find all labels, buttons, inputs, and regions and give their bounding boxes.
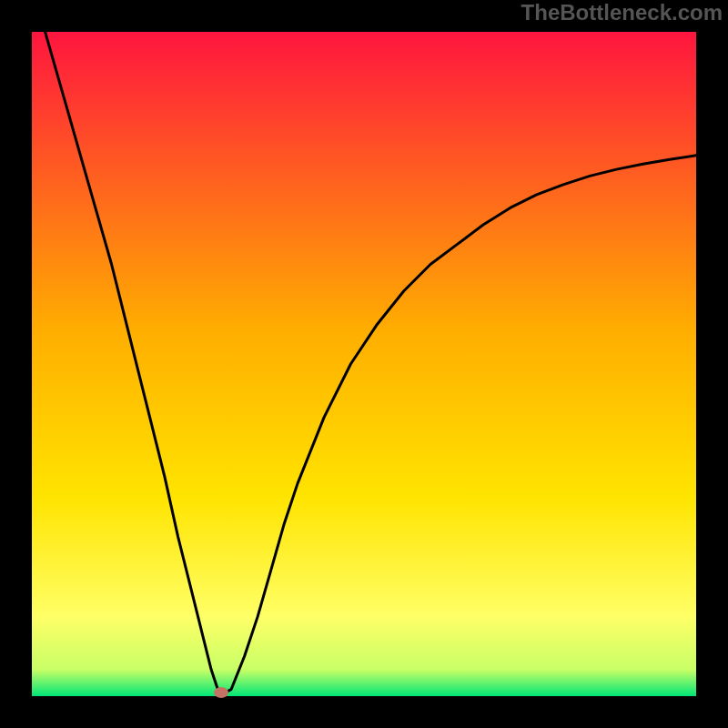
watermark-text: TheBottleneck.com [521,0,723,25]
gradient-background [32,32,696,696]
chart-frame: TheBottleneck.com [0,0,728,728]
optimal-point-marker [214,687,228,698]
chart-svg [32,32,696,696]
plot-area [32,32,696,696]
